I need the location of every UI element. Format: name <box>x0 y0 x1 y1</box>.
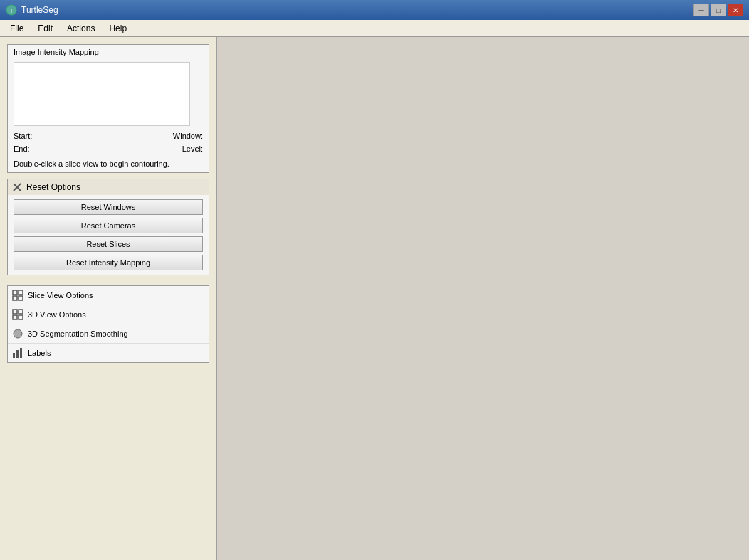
x-icon <box>12 182 22 192</box>
left-panel: Image Intensity Mapping Start: End: Wind… <box>0 37 217 560</box>
slice-view-options-label: Slice View Options <box>28 291 93 300</box>
circle-icon <box>12 328 23 339</box>
svg-rect-9 <box>19 310 23 314</box>
svg-rect-6 <box>13 296 17 300</box>
reset-options-header[interactable]: Reset Options <box>8 179 209 195</box>
svg-rect-10 <box>13 315 17 319</box>
3d-view-options-label: 3D View Options <box>28 310 86 319</box>
reset-windows-button[interactable]: Reset Windows <box>14 199 203 215</box>
svg-rect-5 <box>19 290 23 295</box>
svg-rect-8 <box>13 310 17 314</box>
intensity-canvas[interactable] <box>14 62 190 126</box>
svg-rect-7 <box>19 296 23 300</box>
reset-options-content: Reset Windows Reset Cameras Reset Slices… <box>8 195 209 275</box>
close-button[interactable]: ✕ <box>728 4 743 16</box>
window-controls: ─ □ ✕ <box>693 4 743 16</box>
window-label: Window: <box>173 130 203 143</box>
svg-point-12 <box>14 329 22 338</box>
view-options-section: Slice View Options 3D View Options 3D Se… <box>7 285 209 363</box>
intensity-mapping-group: Image Intensity Mapping Start: End: Wind… <box>7 44 209 173</box>
right-panel <box>217 37 749 560</box>
title-bar: T TurtleSeg ─ □ ✕ <box>0 0 749 20</box>
labels-label: Labels <box>28 349 51 357</box>
svg-rect-4 <box>13 290 17 295</box>
svg-text:T: T <box>9 7 14 14</box>
reset-intensity-mapping-button[interactable]: Reset Intensity Mapping <box>14 255 203 270</box>
intensity-labels: Start: End: Window: Level: <box>8 129 209 157</box>
start-label: Start: <box>14 130 32 143</box>
reset-options-section: Reset Options Reset Windows Reset Camera… <box>7 179 209 275</box>
barchart-icon <box>12 347 23 359</box>
reset-options-label: Reset Options <box>26 182 80 192</box>
menu-help[interactable]: Help <box>102 22 134 35</box>
menu-file[interactable]: File <box>3 22 31 35</box>
reset-slices-button[interactable]: Reset Slices <box>14 236 203 252</box>
3d-view-grid-icon <box>12 309 23 320</box>
3d-segmentation-smoothing-item[interactable]: 3D Segmentation Smoothing <box>8 324 209 344</box>
menu-bar: File Edit Actions Help <box>0 20 749 37</box>
maximize-button[interactable]: □ <box>711 4 726 16</box>
double-click-hint: Double-click a slice view to begin conto… <box>8 157 209 172</box>
app-icon: T <box>6 4 17 16</box>
svg-rect-13 <box>13 353 15 358</box>
3d-segmentation-smoothing-label: 3D Segmentation Smoothing <box>28 329 128 338</box>
reset-cameras-button[interactable]: Reset Cameras <box>14 218 203 233</box>
slice-view-options-item[interactable]: Slice View Options <box>8 286 209 305</box>
3d-view-options-item[interactable]: 3D View Options <box>8 305 209 324</box>
end-label: End: <box>14 143 32 156</box>
svg-rect-14 <box>16 350 19 358</box>
menu-actions[interactable]: Actions <box>60 22 102 35</box>
slice-view-grid-icon <box>12 290 23 301</box>
svg-rect-15 <box>20 348 22 358</box>
menu-edit[interactable]: Edit <box>31 22 60 35</box>
level-label: Level: <box>173 143 203 156</box>
intensity-group-title: Image Intensity Mapping <box>8 45 209 59</box>
svg-rect-11 <box>19 315 23 319</box>
window-title: TurtleSeg <box>21 5 58 15</box>
minimize-button[interactable]: ─ <box>693 4 709 16</box>
main-content: Image Intensity Mapping Start: End: Wind… <box>0 37 749 560</box>
labels-item[interactable]: Labels <box>8 344 209 362</box>
